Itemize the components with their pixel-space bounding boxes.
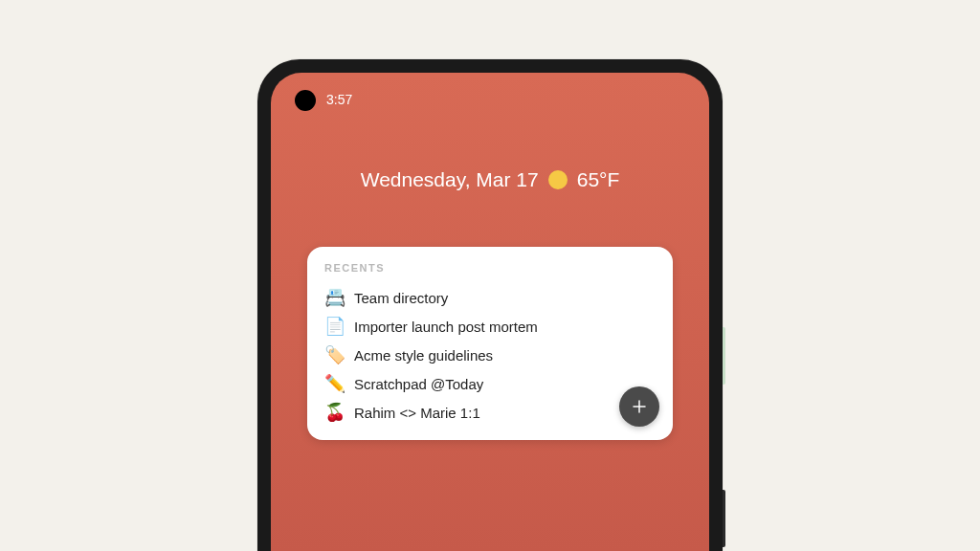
widget-header: RECENTS (324, 262, 656, 274)
at-a-glance-widget[interactable]: Wednesday, Mar 17 65°F (271, 168, 709, 191)
add-button[interactable] (619, 386, 659, 427)
badge-icon: 🏷️ (324, 346, 344, 364)
item-label: Importer launch post mortem (354, 319, 538, 335)
item-label: Scratchpad @Today (354, 376, 483, 392)
status-bar-time: 3:57 (326, 92, 352, 107)
list-item[interactable]: ✏️ Scratchpad @Today (324, 369, 656, 398)
volume-button[interactable] (723, 490, 725, 547)
glance-temperature: 65°F (577, 168, 620, 191)
glance-date: Wednesday, Mar 17 (361, 168, 539, 191)
rolodex-icon: 📇 (324, 289, 344, 306)
recents-list: 📇 Team directory 📄 Importer launch post … (324, 283, 656, 427)
sun-icon (548, 170, 568, 189)
pencil-icon: ✏️ (324, 375, 344, 392)
home-screen[interactable]: 3:57 Wednesday, Mar 17 65°F RECENTS 📇 Te… (271, 73, 709, 551)
document-icon: 📄 (324, 318, 344, 335)
item-label: Acme style guidelines (354, 347, 493, 364)
list-item[interactable]: 🍒 Rahim <> Marie 1:1 (324, 398, 656, 427)
item-label: Rahim <> Marie 1:1 (354, 405, 480, 421)
plus-icon (631, 398, 648, 415)
power-button[interactable] (723, 327, 725, 385)
recents-widget[interactable]: RECENTS 📇 Team directory 📄 Importer laun… (307, 247, 673, 440)
list-item[interactable]: 📇 Team directory (324, 283, 656, 312)
camera-punch-hole (295, 90, 316, 111)
list-item[interactable]: 🏷️ Acme style guidelines (324, 341, 656, 369)
phone-frame: 3:57 Wednesday, Mar 17 65°F RECENTS 📇 Te… (257, 59, 723, 551)
cherries-icon: 🍒 (324, 404, 344, 421)
item-label: Team directory (354, 290, 448, 306)
list-item[interactable]: 📄 Importer launch post mortem (324, 312, 656, 341)
